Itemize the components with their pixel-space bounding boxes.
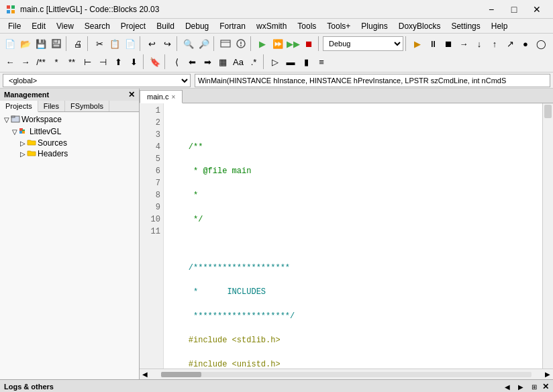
build-run-button[interactable]: ▶▶ [286, 36, 301, 51]
new-file-button[interactable]: 📄 [3, 36, 17, 51]
main-c-tab-close[interactable]: × [171, 93, 175, 101]
debug-next-button[interactable]: → [456, 36, 471, 51]
fsymbols-tab[interactable]: FSymbols [65, 101, 109, 111]
svg-rect-17 [22, 131, 25, 134]
menu-debug[interactable]: Debug [180, 19, 214, 34]
menu-file[interactable]: File [3, 19, 26, 34]
select-button[interactable]: ▦ [215, 54, 230, 69]
up-button[interactable]: ⬆ [111, 54, 125, 69]
bottom-panel-prev-button[interactable]: ◀ [502, 381, 513, 392]
menu-search[interactable]: Search [79, 19, 115, 34]
debug-stop-button[interactable]: ⏹ [441, 36, 456, 51]
properties-button[interactable] [234, 36, 248, 51]
sources-folder-item[interactable]: ▷ Sources [1, 138, 138, 148]
debug-run-to-button[interactable]: ↗ [503, 36, 517, 51]
sources-expand-icon[interactable]: ▷ [19, 140, 27, 147]
headers-folder-item[interactable]: ▷ Headers [1, 148, 138, 159]
project-expand-icon[interactable]: ▽ [11, 128, 19, 136]
redo-button[interactable]: ↪ [160, 36, 174, 51]
undo-button[interactable]: ↩ [144, 36, 159, 51]
menu-tools[interactable]: Tools [292, 19, 321, 34]
maximize-button[interactable]: □ [503, 3, 525, 16]
line-num-5: 5 [142, 153, 160, 165]
indent-button[interactable]: ⊢ [80, 54, 95, 69]
jump-back-button[interactable]: ← [3, 54, 17, 69]
bottom-panel-next-button[interactable]: ▶ [515, 381, 526, 392]
comment-button[interactable]: /** [34, 54, 48, 69]
project-item[interactable]: ▽ LittlevGL [1, 126, 138, 138]
debug-remove-all-bp-button[interactable]: ◯ [534, 36, 548, 51]
bottom-panel-expand-button[interactable]: ⊞ [529, 381, 540, 392]
block-comment-button[interactable]: ** [64, 54, 79, 69]
bookmark-button[interactable]: 🔖 [148, 54, 162, 69]
highlight-button[interactable]: ⬅ [185, 54, 199, 69]
run-button[interactable]: ⏩ [270, 36, 285, 51]
bottom-panel: Logs & others ◀ ▶ ⊞ ✕ Code::Blocks × Sea… [0, 379, 553, 392]
new-project-button[interactable] [218, 36, 233, 51]
main-c-tab[interactable]: main.c × [140, 90, 183, 103]
files-tab[interactable]: Files [38, 101, 65, 111]
global-scope-dropdown[interactable]: <global> [3, 74, 191, 87]
projects-tab[interactable]: Projects [0, 101, 38, 112]
debug-step-button[interactable]: ↓ [472, 36, 487, 51]
management-close-button[interactable]: ✕ [128, 90, 135, 99]
match-brace-button[interactable]: ⟨ [169, 54, 184, 69]
menu-project[interactable]: Project [115, 19, 151, 34]
uncomment-button[interactable]: * [49, 54, 64, 69]
jump-fwd-button[interactable]: → [18, 54, 33, 69]
menu-tools-plus[interactable]: Tools+ [321, 19, 356, 34]
menu-doxyblocks[interactable]: DoxyBlocks [393, 19, 446, 34]
minimize-button[interactable]: − [481, 3, 502, 16]
colorize-button[interactable]: Aa [231, 54, 246, 69]
vscroll-thumb[interactable] [544, 105, 552, 118]
debug-step-out-button[interactable]: ↑ [487, 36, 502, 51]
debug-go-button[interactable]: ▶ [410, 36, 425, 51]
snake-sel-button[interactable]: ≡ [314, 54, 329, 69]
copy-button[interactable]: 📋 [107, 36, 122, 51]
highlight2-button[interactable]: ➡ [200, 54, 215, 69]
line-num-3: 3 [142, 129, 160, 141]
menu-view[interactable]: View [51, 19, 79, 34]
debug-toggle-bp-button[interactable]: ● [518, 36, 533, 51]
rect-sel-button[interactable]: ▬ [283, 54, 298, 69]
replace-button[interactable]: 🔎 [197, 36, 211, 51]
debug-config-dropdown[interactable]: Debug [323, 36, 403, 51]
unindent-button[interactable]: ⊣ [95, 54, 110, 69]
column-sel-button[interactable]: ▮ [299, 54, 313, 69]
open-file-button[interactable]: 📂 [18, 36, 33, 51]
menu-wxsmith[interactable]: wxSmith [251, 19, 292, 34]
down-button[interactable]: ⬇ [126, 54, 141, 69]
workspace-item[interactable]: ▽ Workspace [1, 113, 138, 126]
build-button[interactable]: ▶ [255, 36, 270, 51]
toolbar-sep-6 [250, 36, 253, 51]
menu-build[interactable]: Build [151, 19, 180, 34]
svg-rect-13 [11, 116, 15, 117]
toolbar-area: 📄 📂 💾 🖨 ✂ 📋 📄 ↩ ↪ 🔍 🔎 ▶ ⏩ ▶▶ ⏹ [0, 34, 553, 72]
find-button[interactable]: 🔍 [181, 36, 196, 51]
save-all-button[interactable] [49, 36, 64, 51]
format-button[interactable]: .* [246, 54, 261, 69]
print-button[interactable]: 🖨 [70, 36, 85, 51]
hscroll-thumb[interactable] [161, 372, 201, 377]
hscroll-left-button[interactable]: ◀ [140, 369, 150, 380]
cut-button[interactable]: ✂ [92, 36, 107, 51]
hscroll-right-button[interactable]: ▶ [542, 369, 553, 380]
menu-fortran[interactable]: Fortran [214, 19, 251, 34]
menu-settings[interactable]: Settings [446, 19, 485, 34]
vertical-scrollbar[interactable] [542, 103, 553, 369]
function-nav-input[interactable] [195, 74, 550, 87]
headers-expand-icon[interactable]: ▷ [19, 150, 27, 158]
debug-pause-button[interactable]: ⏸ [425, 36, 440, 51]
menu-help[interactable]: Help [486, 19, 513, 34]
stop-button[interactable]: ⏹ [301, 36, 316, 51]
close-button[interactable]: ✕ [526, 3, 548, 16]
workspace-expand-icon[interactable]: ▽ [3, 116, 11, 124]
menu-plugins[interactable]: Plugins [356, 19, 393, 34]
code-content[interactable]: /** * @file main * */ /*****************… [164, 103, 542, 369]
save-button[interactable]: 💾 [34, 36, 48, 51]
bottom-panel-close-button[interactable]: ✕ [542, 382, 549, 391]
menu-edit[interactable]: Edit [26, 19, 51, 34]
cursor-button[interactable]: ▷ [268, 54, 283, 69]
paste-button[interactable]: 📄 [123, 36, 138, 51]
horizontal-scrollbar[interactable]: ◀ ▶ [140, 369, 553, 379]
